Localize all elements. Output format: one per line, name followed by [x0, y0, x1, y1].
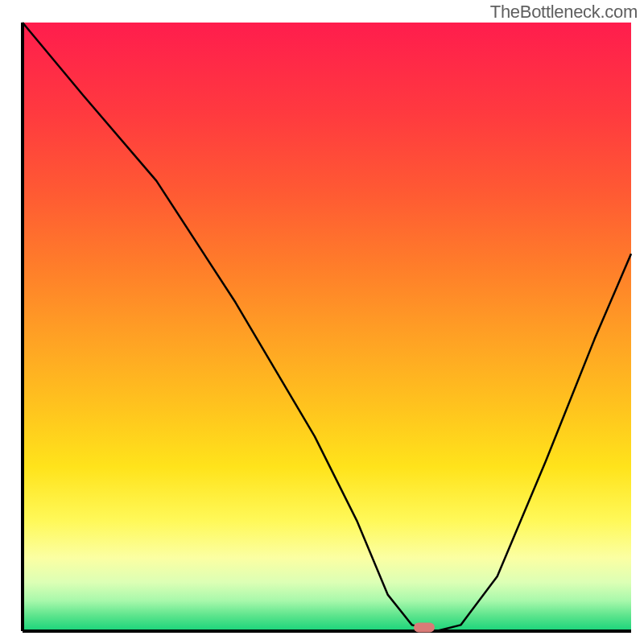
watermark-text: TheBottleneck.com — [490, 2, 638, 23]
plot-background — [23, 23, 631, 631]
bottleneck-chart — [0, 0, 644, 644]
chart-svg — [0, 0, 644, 644]
optimal-marker — [414, 622, 435, 632]
